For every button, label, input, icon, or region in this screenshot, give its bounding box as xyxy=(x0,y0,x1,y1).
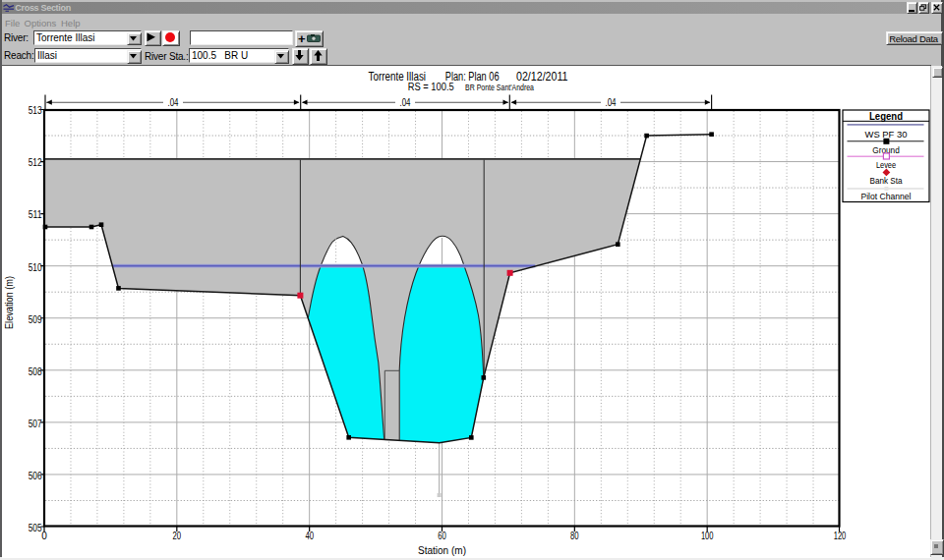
svg-text:60: 60 xyxy=(438,531,446,541)
svg-text:505: 505 xyxy=(29,523,42,533)
svg-text:Pilot Channel: Pilot Channel xyxy=(861,191,912,201)
svg-text:Elevation (m): Elevation (m) xyxy=(4,276,15,329)
svg-text:510: 510 xyxy=(29,262,42,273)
svg-text:.04: .04 xyxy=(400,96,411,108)
svg-text:100: 100 xyxy=(701,531,714,541)
svg-text:506: 506 xyxy=(29,471,42,481)
svg-text:40: 40 xyxy=(305,531,314,541)
svg-text:RS = 100.5: RS = 100.5 xyxy=(408,82,454,92)
svg-text:507: 507 xyxy=(29,419,42,429)
svg-text:0: 0 xyxy=(41,531,47,541)
svg-text:512: 512 xyxy=(29,157,42,168)
svg-text:120: 120 xyxy=(834,531,847,541)
svg-text:508: 508 xyxy=(29,366,42,377)
svg-text:20: 20 xyxy=(173,531,182,541)
svg-text:511: 511 xyxy=(29,209,42,220)
svg-text:513: 513 xyxy=(29,105,42,116)
svg-text:BR Ponte Sant'Andrea: BR Ponte Sant'Andrea xyxy=(465,83,535,92)
svg-text:.04: .04 xyxy=(606,96,617,108)
svg-text:WS PF 30: WS PF 30 xyxy=(865,129,908,140)
svg-text:Station (m): Station (m) xyxy=(418,545,466,556)
svg-text:509: 509 xyxy=(29,314,42,325)
svg-text:.04: .04 xyxy=(168,96,179,108)
svg-text:Bank Sta: Bank Sta xyxy=(870,175,904,186)
svg-text:Levee: Levee xyxy=(876,159,896,170)
svg-text:Legend: Legend xyxy=(869,110,903,122)
svg-text:02/12/2011: 02/12/2011 xyxy=(516,70,568,84)
svg-text:80: 80 xyxy=(570,531,579,541)
